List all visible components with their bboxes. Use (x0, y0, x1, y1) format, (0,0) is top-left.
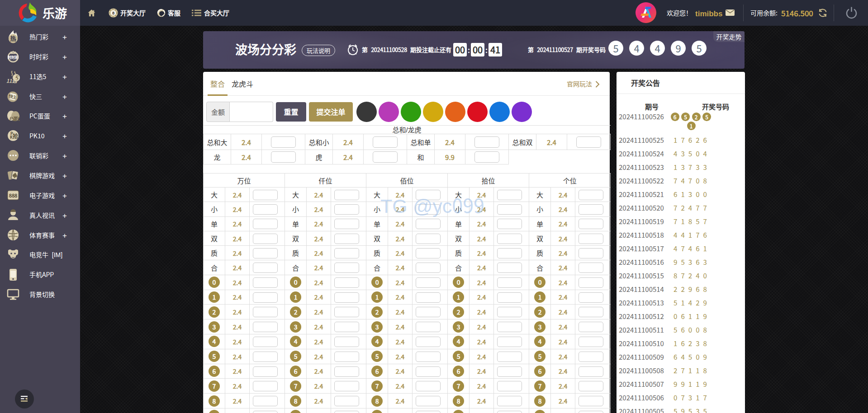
svg-text:P蛋C: P蛋C (9, 115, 20, 122)
svg-text:8: 8 (112, 11, 114, 15)
svg-text:时时彩: 时时彩 (8, 54, 19, 59)
svg-text:888: 888 (9, 191, 17, 198)
svg-text:11选: 11选 (6, 77, 18, 83)
svg-text:拾: 拾 (13, 132, 18, 140)
svg-text:热: 热 (10, 34, 16, 42)
